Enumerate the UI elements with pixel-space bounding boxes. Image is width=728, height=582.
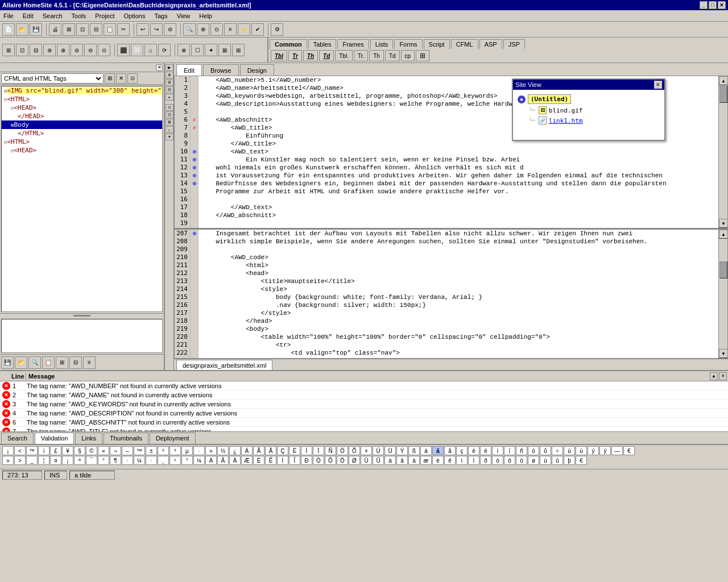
sv-untitled[interactable]: (Untitled) <box>528 94 571 104</box>
char2-Aum[interactable]: Ä <box>229 456 241 465</box>
char2-osl[interactable]: ø <box>528 456 539 465</box>
menu-project[interactable]: Project <box>93 11 117 20</box>
char-btn-lb[interactable]: £ <box>50 446 61 455</box>
tag-tr-btn[interactable]: Tr <box>288 50 302 61</box>
t-btn9[interactable]: ⬛ <box>117 44 130 56</box>
tree-item-head1[interactable]: ⊟ <HEAD> <box>2 103 162 112</box>
char-btn-iuml[interactable]: ï <box>504 446 515 455</box>
char2-14[interactable]: ¹ <box>169 456 181 465</box>
char-btn-Ccedil[interactable]: Ç <box>277 446 288 455</box>
panel-up[interactable]: ▲ <box>710 372 718 380</box>
char2-aci[interactable]: â <box>396 456 408 465</box>
save-btn[interactable]: 💾 <box>30 23 42 36</box>
char2-agr[interactable]: à <box>384 456 396 465</box>
char2-0[interactable]: » <box>2 456 14 465</box>
char-btn-pm[interactable]: ± <box>146 446 157 455</box>
t-btn1[interactable]: ⊞ <box>2 44 15 56</box>
char2-Eci[interactable]: Ê <box>265 456 276 465</box>
char2-ae[interactable]: æ <box>420 456 432 465</box>
char-btn-eac[interactable]: é <box>468 446 479 455</box>
val-row-4[interactable]: ✕ 4 The tag name: "AWD_DESCRIPTION" not … <box>0 409 728 418</box>
char-btn-sq2[interactable]: ² <box>158 446 169 455</box>
tree-item-head2[interactable]: ⊟ <HEAD> <box>2 146 162 155</box>
tag-grid-btn[interactable]: ⊞ <box>416 50 429 61</box>
char-btn-iac[interactable]: í <box>492 446 503 455</box>
sv-root[interactable]: ● (Untitled) <box>518 94 660 104</box>
char2-egr[interactable]: è <box>432 456 444 465</box>
side-btn4[interactable]: ⊟ <box>166 86 173 93</box>
btn9[interactable]: ⊙ <box>210 23 223 36</box>
tree-item-htmlclose[interactable]: </HTML> <box>2 129 162 138</box>
upper-vscroll[interactable]: ▲ ▼ <box>718 76 727 228</box>
btn6[interactable]: ✂ <box>117 23 130 36</box>
tag-tbl2-btn[interactable]: Tbl. <box>335 50 353 61</box>
char2-Osl[interactable]: Ø <box>349 456 360 465</box>
char-btn-otil[interactable]: õ <box>540 446 551 455</box>
t-btn13[interactable]: ⊕ <box>177 44 190 56</box>
undo-btn[interactable]: ↩ <box>136 23 149 36</box>
char2-aum[interactable]: ä <box>408 456 420 465</box>
code-textarea-lower[interactable]: Insgesamt betrachtet ist der Aufbau von … <box>198 230 718 358</box>
char-btn-mid[interactable]: · <box>193 446 205 455</box>
t-btn10[interactable]: ⬜ <box>131 44 143 56</box>
char-btn-Iuml[interactable]: Ï <box>313 446 324 455</box>
char-btn-Eac[interactable]: É <box>289 446 300 455</box>
lb-btn3[interactable]: 🔍 <box>28 356 41 369</box>
t-btn17[interactable]: ⊞ <box>232 44 245 56</box>
char2-igr[interactable]: ì <box>456 456 468 465</box>
char-btn-Uuml[interactable]: Ü <box>384 446 396 455</box>
char-btn-oac[interactable]: ó <box>528 446 539 455</box>
lower-scroll-up[interactable]: ▲ <box>719 230 728 239</box>
tag-td-btn1[interactable]: Td <box>319 50 334 61</box>
minimize-button[interactable]: _ <box>700 1 708 9</box>
char2-Uci[interactable]: Û <box>373 456 384 465</box>
side-btn10[interactable]: ✦ <box>166 134 173 140</box>
tab-lists[interactable]: Lists <box>370 39 394 49</box>
char2-oum[interactable]: ö <box>516 456 527 465</box>
tag-th2-btn[interactable]: Th <box>369 50 384 61</box>
tab-script[interactable]: Script <box>424 39 450 49</box>
side-btn5[interactable]: ≡ <box>166 94 173 101</box>
char-btn-yac[interactable]: ý <box>588 446 599 455</box>
btn3[interactable]: ⊡ <box>76 23 89 36</box>
scroll-up[interactable]: ▲ <box>719 76 728 85</box>
char-btn-aac[interactable]: á <box>420 446 432 455</box>
char2-Igr[interactable]: Ì <box>277 456 288 465</box>
panel-close2[interactable]: ✕ <box>719 372 727 380</box>
char2-5[interactable]: ¡ <box>62 456 73 465</box>
char-btn-laq[interactable]: « <box>98 446 109 455</box>
tab-browse[interactable]: Browse <box>203 64 239 76</box>
btn4[interactable]: ⊟ <box>90 23 102 36</box>
char-btn-uuml[interactable]: ü <box>576 446 587 455</box>
tab-cfml[interactable]: CFML <box>451 39 478 49</box>
tree-item-headclose[interactable]: </HEAD> <box>2 112 162 120</box>
side-btn7[interactable]: ⊡ <box>166 111 173 118</box>
char2-16[interactable]: ¼ <box>193 456 205 465</box>
tag-tbl-btn[interactable]: Tbl <box>271 50 287 61</box>
lb-btn6[interactable]: ⊟ <box>69 356 82 369</box>
tag-td2-btn[interactable]: Td <box>385 50 400 61</box>
side-btn8[interactable]: ⊠ <box>166 119 173 126</box>
char-btn-aring[interactable]: å <box>444 446 456 455</box>
tab-validation[interactable]: Validation <box>35 433 75 444</box>
char2-15[interactable]: ° <box>181 456 193 465</box>
maximize-button[interactable]: □ <box>709 1 717 9</box>
sv-link1[interactable]: └─ 🔗 link1.htm <box>518 117 660 124</box>
t-btn7[interactable]: ⊖ <box>84 44 97 56</box>
t-btn6[interactable]: ⊘ <box>71 44 83 56</box>
char2-11[interactable]: ¼ <box>134 456 145 465</box>
char2-12[interactable]: · <box>146 456 157 465</box>
menu-help[interactable]: Help <box>197 11 214 20</box>
lp-btn1[interactable]: ⊞ <box>105 73 115 84</box>
scroll-thumb[interactable] <box>719 86 727 103</box>
char2-Ugr[interactable]: Ù <box>361 456 372 465</box>
char-btn-ndash[interactable]: – <box>122 446 133 455</box>
t-btn16[interactable]: ⊠ <box>218 44 231 56</box>
find-btn[interactable]: 🔍 <box>183 23 196 36</box>
val-row-6[interactable]: ✕ 6 The tag name: "AWD_ABSCHNITT" not fo… <box>0 418 728 427</box>
btn11[interactable]: ⚡ <box>238 23 250 36</box>
char-btn-yen[interactable]: ¥ <box>62 446 73 455</box>
char2-Ici[interactable]: Î <box>289 456 300 465</box>
side-btn3[interactable]: ⊞ <box>166 79 173 86</box>
char2-ici[interactable]: î <box>468 456 479 465</box>
